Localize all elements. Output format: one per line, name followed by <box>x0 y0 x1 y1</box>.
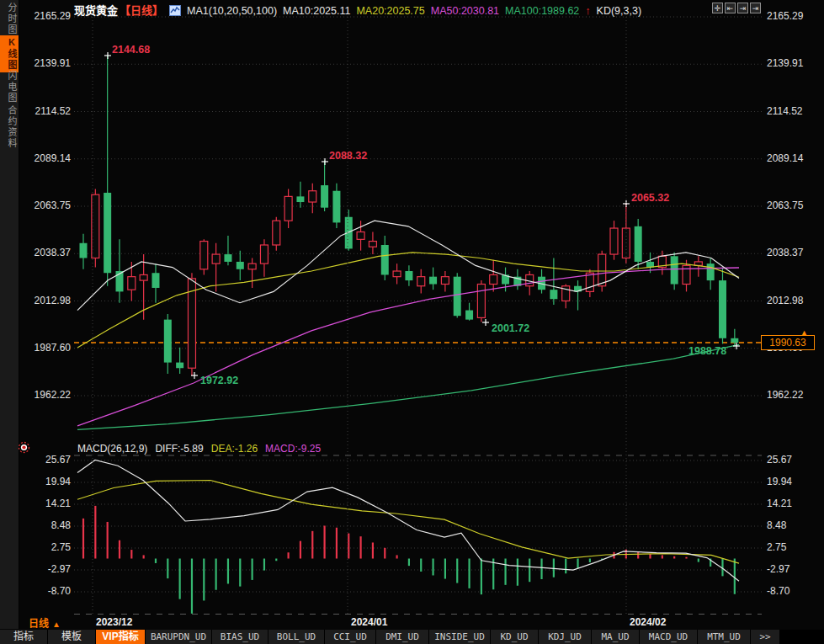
candle-body-down <box>321 185 328 208</box>
svg-text:2089.14: 2089.14 <box>35 152 72 164</box>
candle-body-down <box>731 338 738 343</box>
indicator-tab-5[interactable]: BOLL_UD <box>268 630 324 644</box>
svg-text:2023/12: 2023/12 <box>96 616 133 628</box>
ma100-value: MA100:1989.62 <box>505 5 579 17</box>
candle-body-up <box>610 228 618 254</box>
period-label: 日线 <box>29 618 49 630</box>
candle-body-up <box>393 271 401 277</box>
svg-text:2165.29: 2165.29 <box>35 10 72 22</box>
candle-body-up <box>284 196 292 221</box>
candle-body-down <box>671 256 678 284</box>
macd-header: MACD(26,12,9)DIFF:-5.89DEA:-1.26MACD:-9.… <box>77 443 328 455</box>
indicator-tab-7[interactable]: DMI_UD <box>376 630 428 644</box>
macd-dea-value: DEA:-1.26 <box>211 443 258 455</box>
candle-body-down <box>152 273 159 288</box>
indicator-tab-9[interactable]: KD_UD <box>491 630 538 644</box>
indicator-tab-14[interactable]: >> <box>751 630 779 644</box>
candle-body-up <box>309 191 316 202</box>
indicator-tab-12[interactable]: MACD_UD <box>640 630 697 644</box>
indicator-marker-icon[interactable] <box>18 441 30 454</box>
candle-body-up <box>417 277 425 286</box>
indicator-tab-13[interactable]: MTM_UD <box>698 630 750 644</box>
indicator-tab-2[interactable]: VIP指标 <box>96 630 145 644</box>
svg-text:19.94: 19.94 <box>767 476 792 487</box>
candle-body-down <box>454 277 461 317</box>
svg-text:-2.97: -2.97 <box>48 563 72 575</box>
macd-macd-value: MACD:-9.25 <box>265 443 321 455</box>
candle-body-up <box>477 285 485 318</box>
pan-right-icon[interactable]: ⇥ <box>750 3 761 13</box>
current-price-badge: 1990.63 <box>761 335 815 350</box>
chart-type-icon[interactable] <box>169 5 181 16</box>
candle-body-down <box>707 263 715 280</box>
svg-text:2038.37: 2038.37 <box>767 247 804 258</box>
ma-config-label: MA1(10,20,50,100) <box>187 5 277 17</box>
candle-body-down <box>104 193 111 273</box>
svg-text:2139.91: 2139.91 <box>35 57 72 69</box>
indicator-tab-11[interactable]: MA_UD <box>592 630 639 644</box>
candle-body-down <box>465 311 473 320</box>
ma10-value: MA10:2025.11 <box>283 5 350 17</box>
candle-body-up <box>128 277 136 290</box>
svg-text:2001.72: 2001.72 <box>492 322 529 334</box>
svg-text:2065.32: 2065.32 <box>631 192 669 204</box>
trading-app: 2165.292165.292139.912139.912114.522114.… <box>0 0 824 644</box>
period-selector[interactable]: 日线▲ <box>29 615 61 630</box>
indicator-tab-8[interactable]: INSIDE_UD <box>429 630 490 644</box>
svg-text:1972.92: 1972.92 <box>200 375 238 386</box>
sidebar-item-1[interactable]: K线图 <box>0 35 19 72</box>
indicator-tab-4[interactable]: BIAS_UD <box>212 630 268 644</box>
svg-text:2063.75: 2063.75 <box>767 200 804 211</box>
candle-body-up <box>357 232 364 239</box>
indicator-tab-10[interactable]: KDJ_UD <box>539 630 591 644</box>
svg-text:2139.91: 2139.91 <box>767 57 804 69</box>
indicator-tab-6[interactable]: CCI_UD <box>325 630 375 644</box>
sidebar: 分时图K线图闪电图合约资料 <box>0 0 19 629</box>
candle-body-down <box>405 271 412 280</box>
svg-text:1988.78: 1988.78 <box>688 345 726 357</box>
ma50-value: MA50:2030.81 <box>431 5 499 17</box>
sidebar-item-0[interactable]: 分时图 <box>0 3 19 35</box>
axis-left-icon[interactable]: ⇤ <box>725 3 736 13</box>
svg-text:2088.32: 2088.32 <box>329 150 367 162</box>
macd-panel[interactable]: 25.6725.6719.9419.9414.2114.218.488.482.… <box>45 454 792 614</box>
svg-text:19.94: 19.94 <box>45 476 71 487</box>
svg-text:2012.98: 2012.98 <box>767 295 804 306</box>
candle-body-up <box>200 242 208 269</box>
svg-text:2114.52: 2114.52 <box>35 105 72 117</box>
candle-body-down <box>550 290 557 299</box>
svg-text:2114.52: 2114.52 <box>767 105 803 117</box>
macd-diff-value: DIFF:-5.89 <box>155 443 203 455</box>
svg-text:8.48: 8.48 <box>767 519 787 531</box>
svg-text:2024/01: 2024/01 <box>351 616 388 628</box>
ma20-value: MA20:2025.75 <box>356 5 424 17</box>
period-arrow-icon: ▲ <box>52 620 61 629</box>
candlestick-chart[interactable]: 2165.292165.292139.912139.912114.522114.… <box>0 0 824 629</box>
candle-body-down <box>719 280 726 338</box>
svg-text:1987.60: 1987.60 <box>35 342 72 354</box>
indicator-tab-0[interactable]: 指标 <box>0 630 47 644</box>
svg-text:2038.37: 2038.37 <box>35 247 72 258</box>
svg-text:-8.70: -8.70 <box>48 585 72 597</box>
svg-text:25.67: 25.67 <box>767 454 792 466</box>
move-icon[interactable]: ✛ <box>712 3 723 13</box>
candle-body-up <box>598 254 606 286</box>
candle-body-down <box>332 191 340 223</box>
svg-text:2.75: 2.75 <box>767 541 787 553</box>
svg-text:2024/02: 2024/02 <box>630 616 667 628</box>
macd-params: MACD(26,12,9) <box>77 443 147 455</box>
sidebar-item-3[interactable]: 合约资料 <box>0 105 19 149</box>
candle-body-down <box>80 243 88 258</box>
period-tag: 【日线】 <box>120 4 163 17</box>
candle-body-up <box>490 274 497 284</box>
candle-body-down <box>224 254 231 262</box>
svg-text:8.48: 8.48 <box>51 519 72 531</box>
indicator-tab-3[interactable]: BARUPDN_UD <box>146 630 211 644</box>
svg-text:2.75: 2.75 <box>51 541 72 553</box>
sidebar-item-2[interactable]: 闪电图 <box>0 71 19 104</box>
axis-right-icon[interactable]: ⇥ <box>737 3 748 13</box>
svg-text:2012.98: 2012.98 <box>35 295 72 306</box>
main-price-panel[interactable]: 2165.292165.292139.912139.912114.522114.… <box>35 10 804 429</box>
indicator-tab-1[interactable]: 模板 <box>48 630 95 644</box>
svg-text:2165.29: 2165.29 <box>767 10 804 22</box>
